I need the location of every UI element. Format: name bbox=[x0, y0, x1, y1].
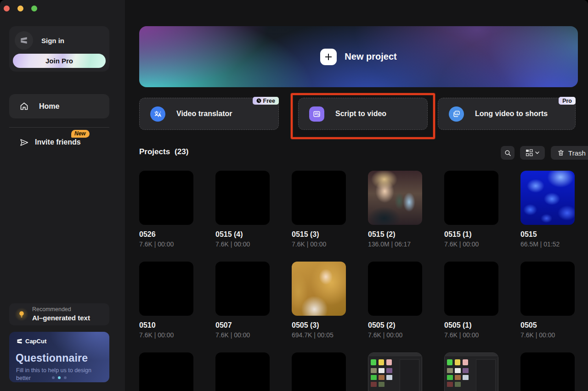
project-stats: 7.6K | 00:00 bbox=[215, 331, 270, 339]
project-card[interactable]: 0505 7.6K | 00:00 bbox=[520, 262, 575, 339]
project-card[interactable]: 0515 (2) 136.0M | 06:17 bbox=[368, 171, 422, 248]
project-stats: 7.6K | 00:00 bbox=[139, 240, 193, 248]
translate-icon bbox=[150, 106, 165, 122]
capcut-logo-icon bbox=[19, 36, 28, 45]
projects-header: Projects(23) bbox=[139, 146, 578, 160]
new-project-label: New project bbox=[345, 51, 396, 62]
project-stats: 7.6K | 00:00 bbox=[444, 331, 498, 339]
project-stats: 7.6K | 00:00 bbox=[215, 240, 270, 248]
project-card[interactable] bbox=[444, 352, 498, 391]
zoom-window-button[interactable] bbox=[31, 6, 37, 11]
new-badge: New bbox=[71, 130, 90, 138]
project-name: 0515 (1) bbox=[444, 230, 498, 239]
view-mode-button[interactable] bbox=[520, 146, 545, 160]
project-name: 0515 bbox=[520, 230, 575, 239]
search-button[interactable] bbox=[501, 146, 514, 160]
project-stats: 7.6K | 00:00 bbox=[520, 331, 575, 339]
questionnaire-brand: CapCut bbox=[16, 338, 46, 345]
project-card[interactable]: 0515 (4) 7.6K | 00:00 bbox=[215, 171, 270, 248]
recommended-eyebrow: Recommended bbox=[32, 306, 71, 313]
clock-icon bbox=[256, 98, 261, 103]
feature-label: Script to video bbox=[335, 110, 386, 118]
project-thumbnail bbox=[444, 262, 498, 316]
svg-text:AI: AI bbox=[317, 114, 320, 116]
avatar bbox=[15, 31, 33, 50]
feature-card-long-video-to-shorts[interactable]: Long video to shorts Pro bbox=[438, 98, 576, 130]
project-card[interactable] bbox=[520, 352, 575, 391]
project-card[interactable]: 0515 66.5M | 01:52 bbox=[520, 171, 575, 248]
project-card[interactable]: 0515 (1) 7.6K | 00:00 bbox=[444, 171, 498, 248]
project-stats: 7.6K | 00:00 bbox=[368, 331, 422, 339]
sidebar-item-invite-friends[interactable]: Invite friends New bbox=[9, 135, 109, 150]
home-label: Home bbox=[39, 102, 59, 111]
project-stats: 694.7K | 00:05 bbox=[292, 331, 346, 339]
projects-grid: 0526 7.6K | 00:00 0515 (4) 7.6K | 00:00 … bbox=[139, 171, 580, 391]
lightbulb-icon bbox=[15, 307, 28, 321]
project-thumbnail bbox=[215, 171, 270, 225]
feature-label: Video translator bbox=[176, 110, 232, 118]
project-stats: 7.6K | 00:00 bbox=[444, 240, 498, 248]
account-card: Sign in Join Pro bbox=[9, 26, 109, 72]
project-thumbnail bbox=[520, 171, 575, 225]
project-thumbnail bbox=[292, 171, 346, 225]
pro-badge: Pro bbox=[559, 97, 576, 105]
project-thumbnail bbox=[520, 352, 575, 391]
window-controls bbox=[4, 6, 37, 11]
project-thumbnail bbox=[139, 352, 193, 391]
project-card[interactable] bbox=[139, 352, 193, 391]
dot[interactable] bbox=[52, 376, 55, 379]
project-name: 0515 (2) bbox=[368, 230, 422, 239]
project-name: 0507 bbox=[215, 321, 270, 330]
project-card[interactable]: 0505 (1) 7.6K | 00:00 bbox=[444, 262, 498, 339]
project-card[interactable] bbox=[292, 352, 346, 391]
questionnaire-subtitle: Fill in this to help us to design better bbox=[16, 367, 101, 382]
project-card[interactable] bbox=[368, 352, 422, 391]
project-thumbnail bbox=[444, 171, 498, 225]
project-thumbnail bbox=[368, 352, 422, 391]
sign-in-label: Sign in bbox=[41, 37, 64, 45]
project-card[interactable]: 0505 (3) 694.7K | 00:05 bbox=[292, 262, 346, 339]
new-project-banner[interactable]: New project bbox=[139, 26, 578, 87]
invite-friends-label: Invite friends bbox=[35, 138, 81, 146]
sidebar-item-home[interactable]: Home bbox=[9, 94, 109, 118]
recommended-title: AI–generated text bbox=[32, 314, 90, 322]
feature-label: Long video to shorts bbox=[475, 110, 548, 118]
free-badge: Free bbox=[253, 97, 279, 105]
trash-button[interactable]: Trash bbox=[551, 146, 588, 160]
project-thumbnail bbox=[520, 262, 575, 316]
project-stats: 7.6K | 00:00 bbox=[139, 331, 193, 339]
dot-active[interactable] bbox=[58, 376, 61, 379]
questionnaire-card[interactable]: CapCut Questionnaire Fill in this to hel… bbox=[9, 332, 109, 382]
sidebar: Sign in Join Pro Home Invite friends New bbox=[0, 0, 125, 391]
trash-icon bbox=[557, 149, 565, 156]
feature-card-video-translator[interactable]: Video translator Free bbox=[139, 98, 279, 130]
project-card[interactable]: 0505 (2) 7.6K | 00:00 bbox=[368, 262, 422, 339]
search-icon bbox=[504, 149, 512, 157]
questionnaire-brand-label: CapCut bbox=[25, 338, 46, 345]
project-thumbnail bbox=[444, 352, 498, 391]
project-name: 0515 (4) bbox=[215, 230, 270, 239]
sign-in-button[interactable]: Sign in bbox=[15, 31, 64, 50]
questionnaire-pagination-dots[interactable] bbox=[9, 376, 109, 379]
project-card[interactable]: 0507 7.6K | 00:00 bbox=[215, 262, 270, 339]
project-thumbnail bbox=[368, 262, 422, 316]
join-pro-button[interactable]: Join Pro bbox=[13, 54, 106, 68]
project-stats: 7.6K | 00:00 bbox=[292, 240, 346, 248]
minimize-window-button[interactable] bbox=[17, 6, 23, 11]
project-card[interactable] bbox=[215, 352, 270, 391]
project-card[interactable]: 0515 (3) 7.6K | 00:00 bbox=[292, 171, 346, 248]
project-thumbnail bbox=[139, 171, 193, 225]
project-name: 0505 bbox=[520, 321, 575, 330]
close-window-button[interactable] bbox=[4, 6, 10, 11]
recommended-card[interactable]: Recommended AI–generated text bbox=[9, 303, 109, 325]
project-thumbnail bbox=[292, 262, 346, 316]
home-icon bbox=[19, 101, 29, 111]
feature-card-script-to-video[interactable]: AI Script to video bbox=[298, 98, 428, 130]
dot[interactable] bbox=[64, 376, 67, 379]
project-thumbnail bbox=[215, 262, 270, 316]
project-card[interactable]: 0510 7.6K | 00:00 bbox=[139, 262, 193, 339]
project-stats: 136.0M | 06:17 bbox=[368, 240, 422, 248]
plus-icon bbox=[320, 49, 337, 65]
sidebar-divider bbox=[9, 127, 109, 128]
project-card[interactable]: 0526 7.6K | 00:00 bbox=[139, 171, 193, 248]
